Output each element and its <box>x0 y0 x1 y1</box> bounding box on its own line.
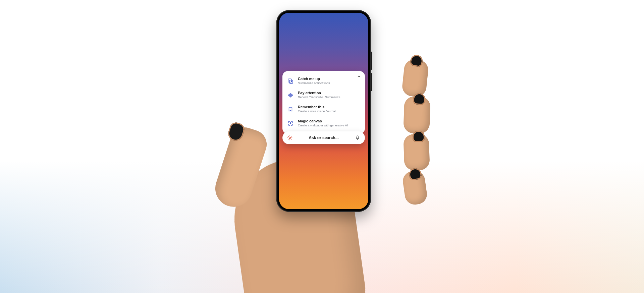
voice-input-button[interactable] <box>354 134 361 141</box>
bookmark-icon <box>287 106 294 113</box>
suggestion-text: Magic canvas Create a wallpaper with gen… <box>298 119 360 128</box>
suggestion-subtitle: Create a note inside Journal <box>298 110 360 114</box>
suggestion-remember-this[interactable]: Remember this Create a note inside Journ… <box>286 102 361 116</box>
suggestion-pay-attention[interactable]: Pay attention Record. Transcribe. Summar… <box>286 88 361 102</box>
settings-button[interactable] <box>286 134 293 141</box>
chevron-up-icon <box>357 74 361 78</box>
phone-screen: Catch me up Summarize notifications <box>279 13 368 209</box>
search-input[interactable] <box>297 135 351 140</box>
svg-point-7 <box>289 137 291 139</box>
search-bar <box>282 131 365 144</box>
suggestion-subtitle: Record. Transcribe. Summarize. <box>298 96 360 100</box>
suggestions-card: Catch me up Summarize notifications <box>282 71 365 134</box>
suggestion-text: Remember this Create a note inside Journ… <box>298 105 360 114</box>
gear-sparkle-icon <box>287 135 293 141</box>
phone-frame: Catch me up Summarize notifications <box>276 10 371 212</box>
suggestion-text: Catch me up Summarize notifications <box>298 77 360 85</box>
suggestion-magic-canvas[interactable]: Magic canvas Create a wallpaper with gen… <box>286 116 361 130</box>
suggestion-subtitle: Create a wallpaper with generative AI <box>298 124 360 128</box>
finger-nail <box>413 93 426 105</box>
waveform-icon <box>287 92 294 99</box>
suggestion-catch-me-up[interactable]: Catch me up Summarize notifications <box>286 74 361 88</box>
svg-rect-8 <box>357 136 358 138</box>
hand-holding-phone: Catch me up Summarize notifications <box>228 10 416 293</box>
sparkle-frame-icon <box>287 120 294 127</box>
suggestion-title: Magic canvas <box>298 119 360 123</box>
suggestion-text: Pay attention Record. Transcribe. Summar… <box>298 91 360 100</box>
suggestion-subtitle: Summarize notifications <box>298 81 360 85</box>
stage: Catch me up Summarize notifications <box>0 0 644 293</box>
collapse-button[interactable] <box>356 73 362 80</box>
microphone-icon <box>355 135 360 140</box>
suggestion-title: Catch me up <box>298 77 360 81</box>
finger-nail <box>413 131 425 142</box>
suggestion-title: Pay attention <box>298 91 360 95</box>
suggestion-title: Remember this <box>298 105 360 109</box>
stack-refresh-icon <box>287 78 294 84</box>
